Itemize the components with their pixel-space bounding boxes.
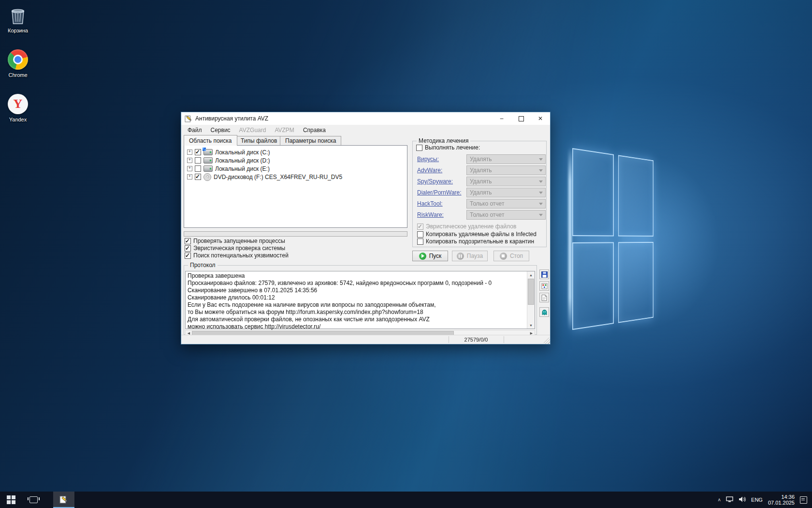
option-label: Копировать подозрительные в карантин [426, 238, 534, 245]
checkbox-unchecked-icon[interactable] [195, 165, 201, 172]
clock-time: 14:36 [768, 494, 795, 500]
close-icon: ✕ [538, 115, 543, 122]
maximize-icon [519, 116, 524, 121]
checkbox-unchecked-icon[interactable] [417, 231, 423, 238]
desktop-icon-chrome[interactable]: Chrome [0, 48, 36, 78]
heuristic-delete-option: Эвристическое удаление файлов [417, 223, 516, 230]
start-button[interactable]: Пуск [412, 251, 448, 261]
recycle-bin-icon [0, 4, 36, 26]
option-label: Копировать удаляемые файлы в Infected [426, 231, 536, 238]
resize-grip[interactable] [544, 338, 550, 344]
perform-treatment-option[interactable]: Выполнять лечение: [416, 144, 480, 151]
desktop-icon-recycle-bin[interactable]: Корзина [0, 4, 36, 33]
windows-logo [572, 148, 653, 330]
checkbox-checked-icon[interactable] [185, 253, 191, 259]
checkbox-unchecked-icon[interactable] [417, 239, 423, 245]
checkbox-unchecked-icon[interactable] [416, 145, 422, 151]
treatment-group-title: Методика лечения [417, 137, 470, 144]
script-wizard-icon [541, 283, 548, 289]
avz-app-icon [185, 115, 192, 122]
keyboard-language-indicator[interactable]: ENG [751, 497, 763, 503]
spyware-link[interactable]: Spy/Spyware: [417, 178, 453, 185]
tree-row-drive-c[interactable]: + Локальный диск (C:) [187, 148, 270, 156]
search-area-tree[interactable]: + Локальный диск (C:) + Локальный диск (… [184, 145, 407, 228]
task-view-icon [29, 496, 38, 503]
log-line: Если у Вас есть подозрение на наличие ви… [186, 301, 535, 309]
viruses-link[interactable]: Вирусы: [417, 156, 439, 163]
tab-file-types[interactable]: Типы файлов [235, 136, 282, 145]
tab-search-params[interactable]: Параметры поиска [280, 136, 341, 145]
tree-row-drive-d[interactable]: + Локальный диск (D:) [187, 156, 270, 164]
expand-icon[interactable]: + [187, 166, 192, 171]
log-line: Сканирование завершено в 07.01.2025 14:3… [186, 287, 535, 294]
dialer-action-dropdown: Удалять [466, 188, 546, 197]
spyware-action-dropdown: Удалять [466, 177, 546, 186]
tree-row-drive-e[interactable]: + Локальный диск (E:) [187, 164, 270, 173]
maximize-button[interactable] [511, 112, 531, 125]
start-button[interactable] [0, 492, 22, 508]
script-wizard-button[interactable] [539, 281, 549, 291]
viruses-action-dropdown: Удалять [466, 154, 546, 164]
copy-suspicious-option[interactable]: Копировать подозрительные в карантин [417, 238, 534, 245]
checkbox-checked-icon[interactable] [195, 174, 201, 180]
desktop-icon-yandex[interactable]: Y Yandex [0, 93, 36, 122]
protocol-groupbox: Протокол Проверка завершена Просканирова… [184, 265, 537, 335]
clock[interactable]: 14:36 07.01.2025 [768, 494, 795, 506]
task-view-button[interactable] [22, 492, 44, 508]
action-center-icon[interactable] [800, 496, 807, 504]
close-button[interactable]: ✕ [531, 112, 550, 125]
network-tray-icon[interactable] [726, 495, 733, 504]
dialer-pornware-link[interactable]: Dialer/PornWare: [417, 189, 462, 196]
expand-icon[interactable]: + [187, 158, 192, 163]
checkbox-unchecked-icon[interactable] [195, 157, 201, 164]
expand-icon[interactable]: + [187, 174, 192, 179]
copy-deleted-option[interactable]: Копировать удаляемые файлы в Infected [417, 231, 536, 238]
status-separator [504, 336, 504, 343]
quarantine-button[interactable] [539, 307, 549, 317]
checkbox-checked-icon[interactable] [185, 238, 191, 244]
cd-icon [203, 173, 211, 181]
expand-icon[interactable]: + [187, 149, 192, 155]
yandex-icon: Y [0, 93, 36, 115]
window-title: Антивирусная утилита AVZ [195, 115, 268, 122]
volume-tray-icon[interactable] [739, 495, 746, 504]
log-vertical-scrollbar[interactable]: ▲ ▼ [527, 271, 535, 329]
minimize-button[interactable]: – [492, 112, 511, 125]
menu-service[interactable]: Сервис [206, 126, 235, 134]
minimize-icon: – [500, 115, 504, 122]
tree-item-label: Локальный диск (E:) [215, 165, 270, 172]
tree-row-dvd-f[interactable]: + DVD-дисковод (F:) CES_X64FREV_RU-RU_DV… [187, 173, 342, 181]
tray-overflow-chevron-icon[interactable]: ˄ [718, 497, 721, 503]
pause-button: Пауза [452, 251, 488, 261]
protocol-group-title: Протокол [188, 262, 218, 269]
stop-icon [500, 253, 507, 260]
option-check-processes[interactable]: Проверять запущенные процессы [185, 238, 285, 244]
tree-item-label: Локальный диск (C:) [215, 149, 270, 156]
taskbar: ˄ ENG 14:36 07.01.2025 [0, 492, 812, 508]
log-line: Просканировано файлов: 27579, извлечено … [186, 280, 535, 287]
advware-link[interactable]: AdvWare: [417, 167, 442, 174]
option-heuristic-check[interactable]: Эвристическая проверка системы [185, 245, 285, 252]
tab-search-area[interactable]: Область поиска [184, 135, 237, 146]
title-bar[interactable]: Антивирусная утилита AVZ – ✕ [181, 112, 550, 125]
open-report-button[interactable] [539, 293, 549, 302]
menu-help[interactable]: Справка [299, 126, 330, 134]
riskware-action-dropdown: Только отчет [466, 210, 546, 220]
protocol-log[interactable]: Проверка завершена Просканировано файлов… [185, 271, 535, 329]
menu-avzguard: AVZGuard [235, 126, 271, 134]
checkbox-checked-icon[interactable] [185, 245, 191, 252]
scroll-up-icon[interactable]: ▲ [527, 271, 535, 278]
checkbox-checked-icon[interactable] [195, 149, 201, 155]
scrollbar-thumb[interactable] [528, 279, 534, 305]
status-bar: 27579/0/0 [181, 335, 550, 344]
taskbar-app-avz[interactable] [53, 492, 74, 508]
save-log-button[interactable] [539, 269, 549, 279]
desktop-icon-label: Chrome [0, 72, 36, 78]
option-label: Проверять запущенные процессы [193, 238, 285, 244]
hacktool-link[interactable]: HackTool: [417, 200, 443, 207]
riskware-link[interactable]: RiskWare: [417, 211, 444, 218]
scroll-down-icon[interactable]: ▼ [527, 322, 535, 329]
option-vulnerability-search[interactable]: Поиск потенциальных уязвимостей [185, 252, 289, 259]
menu-file[interactable]: Файл [183, 126, 206, 134]
tree-item-label: Локальный диск (D:) [215, 157, 270, 164]
